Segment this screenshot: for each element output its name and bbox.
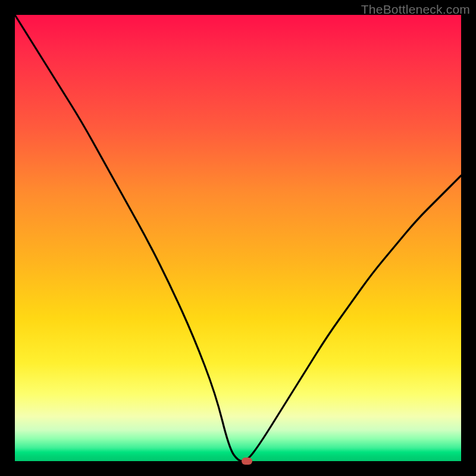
optimum-marker: [242, 458, 252, 465]
curve-path: [15, 15, 461, 461]
chart-frame: TheBottleneck.com: [0, 0, 476, 476]
bottleneck-curve: [15, 15, 461, 461]
plot-area: [15, 15, 461, 461]
watermark-text: TheBottleneck.com: [361, 2, 470, 17]
